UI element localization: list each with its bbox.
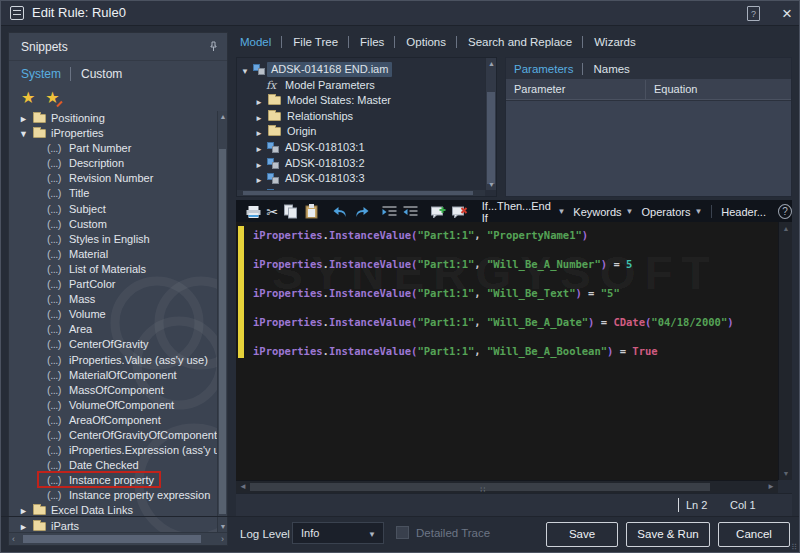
code-line[interactable]: iProperties.InstanceValue("Part1:1", "Wi… [253,286,734,301]
snippet-item[interactable]: (...)CenterOfGravity [9,337,217,352]
snippet-item[interactable]: (...)AreaOfComponent [9,413,217,428]
paste-icon[interactable] [303,202,320,221]
chevron-down-icon[interactable]: ▼ [19,127,28,142]
scroll-down-icon[interactable]: ▼ [779,470,793,477]
scroll-down-icon[interactable]: ▼ [218,523,228,530]
tab-file-tree[interactable]: File Tree [281,36,338,48]
snippets-horizontal-scrollbar[interactable]: ‹ › [9,532,227,545]
snippet-item[interactable]: (...)Title [9,186,217,201]
tab-parameters[interactable]: Parameters [514,63,573,75]
redo-icon[interactable] [353,202,370,221]
snippets-vertical-scrollbar[interactable]: ▲ ▼ [217,111,227,532]
scroll-up-icon[interactable]: ▲ [486,60,497,67]
scroll-down-icon[interactable]: ▼ [486,181,497,188]
snippet-item[interactable]: (...)VolumeOfComponent [9,398,217,413]
snippet-item[interactable]: (...)MaterialOfComponent [9,368,217,383]
snippet-item[interactable]: (...)Area [9,322,217,337]
scroll-up-icon[interactable]: ▲ [218,113,228,120]
tree-item[interactable]: ►ADSK-018103:3 [237,171,485,187]
header-button[interactable]: Header... [721,206,766,218]
snippet-item[interactable]: (...)Material [9,247,217,262]
scroll-right-icon[interactable]: › [221,534,224,544]
scroll-right-icon[interactable]: ► [767,482,775,491]
snippet-item[interactable]: (...)Description [9,156,217,171]
chevron-right-icon[interactable]: ► [19,520,28,532]
snippet-item[interactable]: (...)PartColor [9,277,217,292]
close-icon[interactable]: × [782,5,792,22]
snippet-item[interactable]: (...)Instance property expression [9,488,217,503]
print-icon[interactable] [245,202,262,221]
if-then-menu[interactable]: If...Then...End If▼ [482,200,566,224]
tab-wizards[interactable]: Wizards [582,36,636,48]
tree-item[interactable]: ►Relationships [237,109,485,125]
add-comment-icon[interactable] [430,202,447,221]
scrollbar-thumb[interactable] [23,535,201,543]
tab-model[interactable]: Model [240,36,271,48]
code-line[interactable]: iProperties.InstanceValue("Part1:1", "Wi… [253,315,734,330]
snippet-item[interactable]: (...)Mass [9,292,217,307]
edit-star-icon[interactable]: ★ [45,90,59,106]
code-line[interactable]: iProperties.InstanceValue("Part1:1", "Wi… [253,344,734,359]
save-button[interactable]: Save [546,522,618,547]
tree-horizontal-scrollbar[interactable] [237,190,485,196]
snippet-item[interactable]: (...)Part Number [9,141,217,156]
snippet-item[interactable]: (...)iProperties.Expression (ass'y use) [9,443,217,458]
code-line[interactable] [253,301,734,316]
tab-options[interactable]: Options [394,36,446,48]
tab-system[interactable]: System [21,67,61,81]
remove-comment-icon[interactable] [451,202,468,221]
editor-horizontal-scrollbar[interactable]: ◄ ⁞⁞ ► [236,480,778,493]
snippet-folder[interactable]: ►Positioning [9,111,217,126]
detailed-trace-checkbox[interactable] [396,526,409,539]
code-line[interactable] [253,330,734,345]
scrollbar-thumb[interactable] [219,149,226,514]
tab-custom[interactable]: Custom [70,67,122,81]
scrollbar-thumb[interactable] [487,92,495,184]
scrollbar-thumb[interactable] [243,191,473,195]
indent-icon[interactable] [381,202,398,221]
column-header-equation[interactable]: Equation [646,80,697,99]
cancel-button[interactable]: Cancel [718,522,790,547]
resize-grip[interactable]: ⠿ [791,543,798,552]
log-level-select[interactable]: Info ▼ [292,522,384,544]
snippet-item[interactable]: (...)Volume [9,307,217,322]
tree-item[interactable]: ►ADSK-018103:1 [237,140,485,156]
tree-item[interactable]: ►Model States: Master [237,93,485,109]
snippet-item[interactable]: (...)Styles in English [9,232,217,247]
code-line[interactable] [253,243,734,258]
scroll-up-icon[interactable]: ▲ [779,225,793,232]
tree-item[interactable]: ►Origin [237,124,485,140]
tree-vertical-scrollbar[interactable]: ▲ ▼ [485,58,496,190]
save-and-run-button[interactable]: Save & Run [626,522,710,547]
tab-search-and-replace[interactable]: Search and Replace [456,36,572,48]
chevron-right-icon[interactable]: ► [19,504,28,519]
favorites-star-icon[interactable]: ★ [21,90,35,106]
column-header-parameter[interactable]: Parameter [506,80,646,99]
cut-icon[interactable]: ✂ [266,202,278,221]
snippet-item[interactable]: (...)Instance property [9,473,217,488]
undo-icon[interactable] [332,202,349,221]
chevron-right-icon[interactable]: ► [19,112,28,127]
pin-icon[interactable] [208,41,219,52]
tab-names[interactable]: Names [582,63,629,75]
toolbar-help-icon[interactable]: ? [778,204,792,219]
editor-vertical-scrollbar[interactable]: ▲ ▼ [778,222,792,480]
scroll-left-icon[interactable]: ◄ [239,482,247,491]
code-text[interactable]: iProperties.InstanceValue("Part1:1", "Pr… [253,228,734,359]
code-line[interactable]: iProperties.InstanceValue("Part1:1", "Pr… [253,228,734,243]
tab-files[interactable]: Files [348,36,384,48]
copy-icon[interactable] [282,202,299,221]
snippet-folder[interactable]: ►iParts [9,519,217,532]
snippet-item[interactable]: (...)Custom [9,217,217,232]
snippet-folder[interactable]: ▼iProperties [9,126,217,141]
tree-item[interactable]: ►ADSK-018103:2 [237,156,485,172]
tree-item[interactable]: fxModel Parameters [237,78,485,94]
keywords-menu[interactable]: Keywords▼ [573,206,633,218]
snippet-item[interactable]: (...)Revision Number [9,171,217,186]
snippet-item[interactable]: (...)iProperties.Value (ass'y use) [9,353,217,368]
tree-item[interactable]: ▼ADSK-014168 END.iam [237,62,485,78]
outdent-icon[interactable] [402,202,419,221]
scrollbar-thumb[interactable]: ⁞⁞ [250,483,710,491]
code-line[interactable] [253,272,734,287]
snippet-item[interactable]: (...)CenterOfGravityOfComponent [9,428,217,443]
